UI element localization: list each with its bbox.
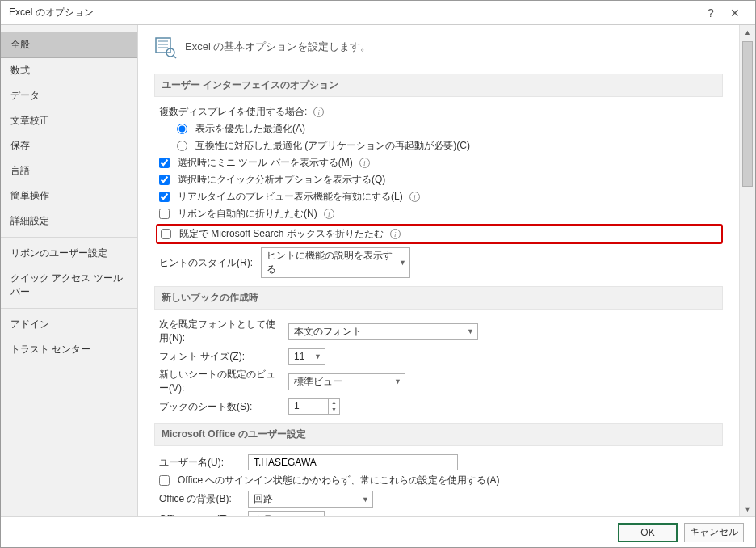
- radio-optimize-display-row[interactable]: 表示を優先した最適化(A): [177, 122, 723, 136]
- default-font-value: 本文のフォント: [294, 325, 362, 339]
- chevron-down-icon: ▼: [314, 352, 321, 360]
- font-size-label: フォント サイズ(Z):: [159, 350, 280, 364]
- scrollbar-thumb[interactable]: [742, 41, 753, 187]
- check-quickanalysis-label: 選択時にクイック分析オプションを表示する(Q): [178, 173, 385, 187]
- sidebar-item-formulas[interactable]: 数式: [1, 58, 137, 83]
- info-icon[interactable]: i: [390, 229, 401, 239]
- sidebar-item-save[interactable]: 保存: [1, 133, 137, 158]
- dialog-body: 全般 数式 データ 文章校正 保存 言語 簡単操作 詳細設定 リボンのユーザー設…: [1, 25, 755, 516]
- always-use-label: Office へのサインイン状態にかかわらず、常にこれらの設定を使用する(A): [178, 474, 499, 487]
- username-label: ユーザー名(U):: [159, 456, 240, 470]
- vertical-scrollbar[interactable]: ▲ ▼: [739, 25, 755, 516]
- check-quickanalysis[interactable]: [159, 175, 170, 185]
- sidebar-separator: [1, 237, 137, 238]
- font-size-row: フォント サイズ(Z): 11 ▼: [159, 348, 723, 365]
- sidebar-item-customize-ribbon[interactable]: リボンのユーザー設定: [1, 241, 137, 266]
- check-collapse-search[interactable]: [161, 229, 171, 239]
- sidebar-item-advanced[interactable]: 詳細設定: [1, 209, 137, 234]
- section-office-user: Microsoft Office のユーザー設定: [154, 423, 723, 446]
- always-use-row[interactable]: Office へのサインイン状態にかかわらず、常にこれらの設定を使用する(A): [159, 474, 723, 487]
- check-livepreview-label: リアルタイムのプレビュー表示機能を有効にする(L): [178, 190, 403, 204]
- check-collapse-ribbon-row[interactable]: リボンを自動的に折りたたむ(N) i: [159, 207, 723, 221]
- info-icon[interactable]: i: [324, 209, 334, 219]
- font-size-select[interactable]: 11 ▼: [288, 348, 326, 365]
- svg-line-5: [174, 56, 176, 58]
- check-collapse-ribbon[interactable]: [159, 209, 170, 219]
- sheet-count-spinner[interactable]: 1 ▲▼: [288, 398, 340, 415]
- office-background-label: Office の背景(B):: [159, 492, 240, 506]
- check-collapse-ribbon-label: リボンを自動的に折りたたむ(N): [178, 207, 317, 221]
- hint-style-select[interactable]: ヒントに機能の説明を表示する ▼: [261, 247, 410, 278]
- chevron-down-icon: ▼: [394, 377, 401, 386]
- check-quickanalysis-row[interactable]: 選択時にクイック分析オプションを表示する(Q): [159, 173, 723, 187]
- check-minitoolbar-row[interactable]: 選択時にミニ ツール バーを表示する(M) i: [159, 156, 723, 170]
- radio-optimize-compat[interactable]: [177, 141, 187, 151]
- section-ui-options: ユーザー インターフェイスのオプション: [154, 74, 723, 97]
- default-font-select[interactable]: 本文のフォント ▼: [288, 323, 478, 340]
- hint-style-value: ヒントに機能の説明を表示する: [267, 249, 393, 276]
- content-panel: Excel の基本オプションを設定します。 ユーザー インターフェイスのオプショ…: [138, 25, 739, 516]
- radio-optimize-compat-row[interactable]: 互換性に対応した最適化 (アプリケーションの再起動が必要)(C): [177, 139, 723, 153]
- sidebar-item-qat[interactable]: クイック アクセス ツール バー: [1, 266, 137, 305]
- hint-style-row: ヒントのスタイル(R): ヒントに機能の説明を表示する ▼: [159, 247, 723, 278]
- sidebar-item-general[interactable]: 全般: [1, 32, 137, 58]
- radio-optimize-display[interactable]: [177, 124, 187, 134]
- default-font-row: 次を既定フォントとして使用(N): 本文のフォント ▼: [159, 318, 723, 345]
- office-theme-select[interactable]: カラフル ▼: [248, 511, 325, 516]
- spinner-buttons[interactable]: ▲▼: [328, 399, 339, 414]
- sidebar-item-addins[interactable]: アドイン: [1, 312, 137, 337]
- info-icon[interactable]: i: [410, 192, 420, 202]
- close-button[interactable]: ✕: [723, 6, 747, 19]
- default-view-row: 新しいシートの既定のビュー(V): 標準ビュー ▼: [159, 368, 723, 395]
- chevron-down-icon: ▼: [362, 495, 369, 504]
- default-view-value: 標準ビュー: [294, 375, 342, 389]
- sidebar-item-proofing[interactable]: 文章校正: [1, 108, 137, 133]
- dialog-footer: OK キャンセル: [1, 516, 755, 547]
- font-size-value: 11: [294, 351, 304, 362]
- sidebar-item-ease[interactable]: 簡単操作: [1, 183, 137, 209]
- username-input[interactable]: [248, 454, 458, 470]
- scroll-down-icon[interactable]: ▼: [740, 502, 755, 516]
- office-background-row: Office の背景(B): 回路 ▼: [159, 491, 723, 508]
- sidebar-item-trust-center[interactable]: トラスト センター: [1, 337, 137, 362]
- check-livepreview[interactable]: [159, 192, 170, 202]
- sheet-count-value: 1: [289, 399, 328, 414]
- office-theme-row: Office テーマ(T): カラフル ▼: [159, 511, 723, 516]
- content-wrap: Excel の基本オプションを設定します。 ユーザー インターフェイスのオプショ…: [138, 25, 755, 516]
- default-view-select[interactable]: 標準ビュー ▼: [288, 373, 405, 390]
- check-always-use[interactable]: [159, 475, 170, 486]
- office-background-value: 回路: [254, 492, 273, 506]
- check-livepreview-row[interactable]: リアルタイムのプレビュー表示機能を有効にする(L) i: [159, 190, 723, 204]
- office-background-select[interactable]: 回路 ▼: [248, 491, 373, 508]
- multi-display-label-row: 複数ディスプレイを使用する場合: i: [159, 105, 723, 119]
- info-icon[interactable]: i: [313, 107, 324, 117]
- check-minitoolbar-label: 選択時にミニ ツール バーを表示する(M): [178, 156, 353, 170]
- titlebar: Excel のオプション ? ✕: [1, 1, 755, 25]
- username-row: ユーザー名(U):: [159, 454, 723, 470]
- cancel-button[interactable]: キャンセル: [684, 523, 744, 542]
- scroll-up-icon[interactable]: ▲: [740, 25, 755, 40]
- check-minitoolbar[interactable]: [159, 158, 170, 168]
- sidebar-item-data[interactable]: データ: [1, 83, 137, 108]
- hint-style-label: ヒントのスタイル(R):: [159, 256, 253, 270]
- default-font-label: 次を既定フォントとして使用(N):: [159, 318, 280, 345]
- category-sidebar: 全般 数式 データ 文章校正 保存 言語 簡単操作 詳細設定 リボンのユーザー設…: [1, 25, 138, 516]
- page-title: Excel の基本オプションを設定します。: [185, 36, 371, 54]
- office-theme-value: カラフル: [254, 512, 292, 516]
- chevron-down-icon: ▼: [399, 259, 406, 267]
- sidebar-item-language[interactable]: 言語: [1, 158, 137, 183]
- spinner-down-icon[interactable]: ▼: [329, 407, 339, 414]
- help-button[interactable]: ?: [699, 6, 723, 19]
- window-title: Excel のオプション: [9, 6, 699, 19]
- ok-button[interactable]: OK: [618, 523, 678, 542]
- info-icon[interactable]: i: [359, 158, 370, 168]
- section-new-workbook: 新しいブックの作成時: [154, 286, 723, 310]
- options-icon: [154, 36, 177, 59]
- spinner-up-icon[interactable]: ▲: [329, 399, 339, 407]
- sheet-count-row: ブックのシート数(S): 1 ▲▼: [159, 398, 723, 415]
- sheet-count-label: ブックのシート数(S):: [159, 400, 280, 414]
- highlighted-collapse-search-row[interactable]: 既定で Microsoft Search ボックスを折りたたむ i: [156, 224, 723, 244]
- svg-rect-0: [156, 38, 170, 53]
- radio-optimize-display-label: 表示を優先した最適化(A): [195, 122, 305, 136]
- chevron-down-icon: ▼: [467, 327, 474, 335]
